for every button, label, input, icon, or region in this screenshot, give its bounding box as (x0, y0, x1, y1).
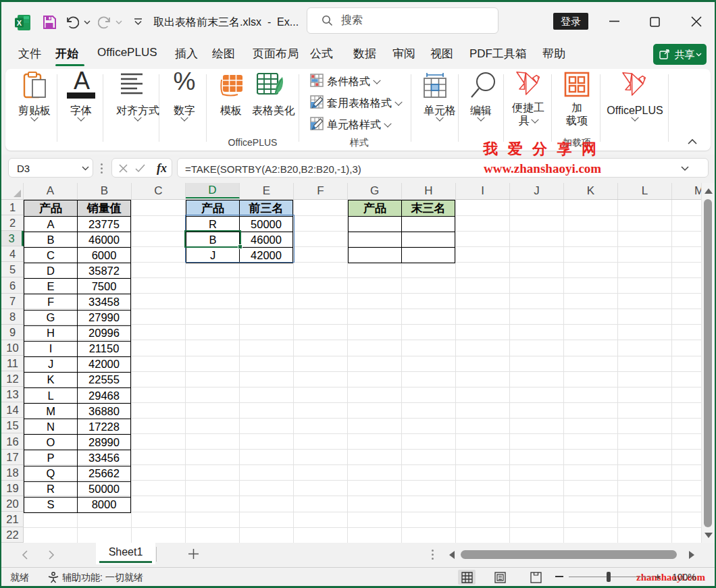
svg-text:X: X (17, 19, 22, 27)
